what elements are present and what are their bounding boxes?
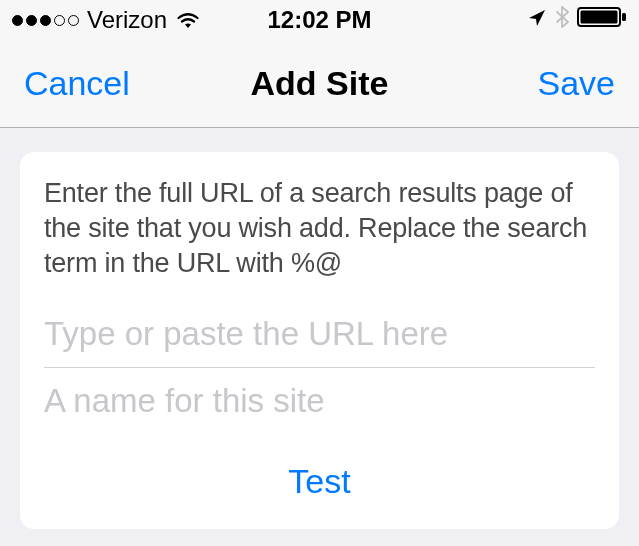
- status-left: Verizon: [12, 6, 201, 34]
- add-site-card: Enter the full URL of a search results p…: [20, 152, 619, 529]
- test-button[interactable]: Test: [44, 448, 595, 519]
- svg-rect-1: [581, 11, 618, 24]
- cancel-button[interactable]: Cancel: [24, 64, 130, 103]
- signal-strength-icon: [12, 15, 79, 26]
- status-time: 12:02 PM: [267, 6, 371, 34]
- battery-icon: [577, 6, 627, 34]
- status-right: [527, 5, 627, 35]
- save-button[interactable]: Save: [538, 64, 616, 103]
- site-name-input[interactable]: [44, 374, 595, 434]
- url-input[interactable]: [44, 307, 595, 368]
- page-title: Add Site: [251, 64, 389, 103]
- svg-rect-2: [622, 13, 626, 21]
- instructions-text: Enter the full URL of a search results p…: [44, 176, 595, 281]
- content-area: Enter the full URL of a search results p…: [0, 128, 639, 546]
- nav-bar: Cancel Add Site Save: [0, 40, 639, 128]
- location-icon: [527, 6, 547, 34]
- bluetooth-icon: [555, 5, 569, 35]
- wifi-icon: [175, 10, 201, 30]
- carrier-label: Verizon: [87, 6, 167, 34]
- status-bar: Verizon 12:02 PM: [0, 0, 639, 40]
